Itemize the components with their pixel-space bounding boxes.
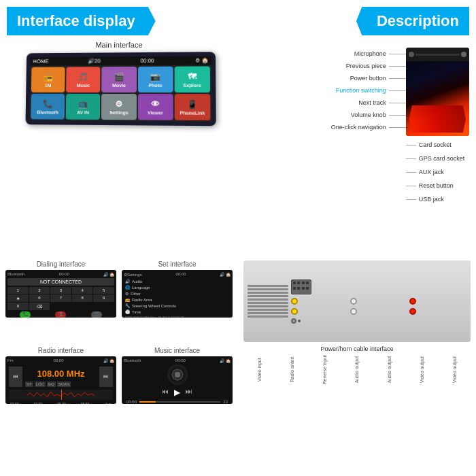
dial-1[interactable]: 1 [7,287,29,294]
main-interface-label: Main interface [7,41,231,49]
settings-icon: ⚙ 🏠 [195,57,209,63]
rear-vents [248,265,288,338]
set-icons: 🔊 🏠 [220,272,231,277]
dial-5[interactable]: 5 [93,287,114,294]
line-card [406,145,416,146]
grid-cell-photo[interactable]: 📷Photo [138,67,173,92]
dial-7[interactable]: 7 [50,294,71,302]
grid-cell-music[interactable]: 🎵Music [66,67,101,92]
track-time-current: 00:00 [126,400,137,404]
home-label: HOME [33,58,48,65]
setting-audio[interactable]: 🔊Audio [124,278,231,284]
screen-top-bar: HOME 🔊20 00:00 ⚙ 🏠 [31,56,211,65]
progress-fill [139,401,156,403]
not-connected-label: NOT CONNECTED [7,278,114,286]
bluetooth-indicator: Bluetooth [7,272,24,277]
grid-cell-settings[interactable]: ⚙Settings [101,94,136,120]
music-button[interactable]: 🎵 [91,311,102,318]
prev-track-btn[interactable]: ⏮ [162,388,169,397]
play-btn[interactable]: ▶ [174,388,180,397]
vent-9 [248,312,288,314]
dial-2[interactable]: 2 [29,287,50,294]
dial-4[interactable]: 4 [72,287,93,294]
dial-0[interactable]: 0 [7,303,29,310]
dial-9[interactable]: 9 [93,294,114,302]
st-button[interactable]: ST [25,381,33,387]
dialing-screen: Bluetooth 00:00 🔊 🏠 NOT CONNECTED 1 2 3 … [5,270,116,318]
setting-other[interactable]: ⚙Other [124,290,231,296]
desc-row-usb: USB jack [406,193,469,205]
fm-indicator: Fm [7,358,14,363]
eq-button[interactable]: EQ [47,381,56,387]
preset-4[interactable]: 98.50 [81,402,90,404]
call-button[interactable]: 📞 [20,311,31,318]
radio-next-btn[interactable]: ⏭ [99,367,113,387]
line-previous [389,66,406,67]
preset-1[interactable]: 87.50 [10,402,19,404]
end-call-button[interactable]: 📵 [55,311,66,318]
pin-3 [302,282,305,284]
grid-cell-1m[interactable]: 📻1M [31,67,65,92]
setting-steering[interactable]: 🔧Steering Wheel Controls [124,303,231,309]
radio-time: 00:00 [53,358,63,363]
desc-row-next: Next track [245,97,406,109]
dial-6[interactable]: 6 [29,294,50,302]
grid-cell-viewer[interactable]: 👁Viewer [138,94,173,120]
car-photo-area [406,61,469,136]
music-screen: Bluetooth 00:00 🔊 🏠 ⏮ ▶ ⏭ 00:00 22 [122,356,233,404]
dial-3[interactable]: 3 [50,287,71,294]
preset-3[interactable]: 95.30 [57,402,66,404]
preset-2[interactable]: 90.00 [34,402,43,404]
setting-time[interactable]: 🕐Time [124,309,231,315]
rear-unit [243,260,471,342]
progress-bar[interactable] [139,401,220,403]
loc-button[interactable]: LOC [35,381,46,387]
line-power [389,78,406,79]
label-microphone: Microphone [354,50,386,57]
time-indicator: 00:00 [59,272,69,277]
device-image-column: Card socket GPS card socket AUX jack Res… [406,48,469,205]
dialing-top-bar: Bluetooth 00:00 🔊 🏠 [7,272,114,277]
desc-row-card: Card socket [406,139,469,151]
label-aux: AUX jack [419,169,444,175]
line-navigation [389,127,406,128]
label-volume: Volume knob [351,112,386,118]
rca-white-1 [350,298,357,305]
desc-row-function: Function switching [245,84,406,97]
rca-red-1 [409,298,416,305]
grid-cell-explore[interactable]: 🗺Explore [174,67,210,93]
dial-star[interactable]: ★ [7,294,29,302]
radio-prev-btn[interactable]: ⏮ [9,367,22,387]
grid-cell-phonelink[interactable]: 📱PhoneLink [174,94,210,120]
description-content: Microphone Previous piece Power button F… [245,48,469,205]
radio-label: Radio interface [5,347,116,354]
dial-back[interactable]: ⌫ [29,303,50,310]
label-next: Next track [358,99,386,106]
setting-language[interactable]: 🌐Language [124,284,231,290]
pin-6 [297,287,300,290]
scan-button[interactable]: SCAN [57,381,71,387]
vent-1 [248,285,288,287]
radio-freq-area: 108.00 MHz ST LOC EQ SCAN [25,366,97,387]
grid-cell-movie[interactable]: 🎬Movie [102,67,137,92]
small-interfaces-section: Dialing interface Bluetooth 00:00 🔊 🏠 NO… [0,255,238,432]
description-header: Description [356,7,469,35]
grid-cell-bluetooth[interactable]: 📞Bluetooth [31,94,65,120]
setting-radio[interactable]: 📻Radio Area [124,296,231,303]
vent-3 [248,292,288,294]
music-controls: ⏮ ▶ ⏭ [124,388,231,397]
desc-row-previous: Previous piece [245,60,406,72]
grid-cell-avin[interactable]: 📺AV IN [66,94,101,120]
dial-8[interactable]: 8 [72,294,93,302]
set-label: Set interface [122,260,233,268]
set-interface-item: Set interface ⚙Settings 00:00 🔊 🏠 🔊Audio… [122,260,233,341]
harness-connector [291,279,311,294]
desc-row-volume: Volume knob [245,109,406,121]
vent-4 [248,295,288,297]
next-track-btn[interactable]: ⏭ [186,388,192,397]
desc-row-power: Power button [245,72,406,84]
label-reverse-input: Reverse input [322,355,327,384]
desc-row-reset: Reset button [406,180,469,192]
description-section: Description Microphone Previous piece Po… [238,0,476,255]
rca-white-2 [350,308,357,315]
